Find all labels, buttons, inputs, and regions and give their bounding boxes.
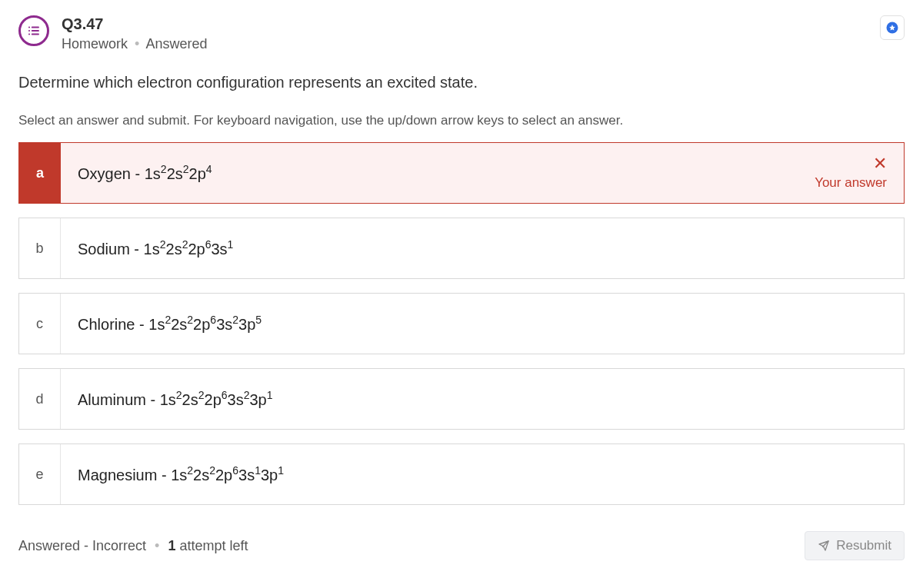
question-meta: Homework • Answered: [62, 36, 868, 52]
option-text: Aluminum - 1s22s22p63s23p1: [78, 389, 273, 409]
your-answer-marker: ✕Your answer: [815, 155, 887, 191]
resubmit-button[interactable]: Resubmit: [805, 531, 905, 560]
question-number: Q3.47: [62, 15, 868, 33]
answer-option-a[interactable]: aOxygen - 1s22s22p4✕Your answer: [18, 142, 905, 204]
question-prompt: Determine which electron configuration r…: [18, 74, 905, 91]
resubmit-label: Resubmit: [836, 538, 891, 553]
option-text: Magnesium - 1s22s22p63s13p1: [78, 464, 284, 484]
answer-option-c[interactable]: cChlorine - 1s22s22p63s23p5: [18, 293, 905, 354]
answer-status: Answered - Incorrect • 1 attempt left: [18, 538, 248, 554]
option-text: Chlorine - 1s22s22p63s23p5: [78, 314, 262, 334]
favorite-button[interactable]: [880, 15, 905, 40]
answer-option-b[interactable]: bSodium - 1s22s22p63s1: [18, 218, 905, 279]
keyboard-instruction: Select an answer and submit. For keyboar…: [18, 113, 905, 128]
star-icon: [885, 21, 899, 35]
option-text: Oxygen - 1s22s22p4: [78, 163, 212, 183]
svg-point-4: [28, 33, 30, 35]
option-letter: b: [19, 218, 61, 278]
option-letter: c: [19, 294, 61, 354]
option-letter: a: [19, 143, 61, 203]
option-text: Sodium - 1s22s22p63s1: [78, 238, 233, 258]
option-letter: e: [19, 444, 61, 504]
answer-option-d[interactable]: dAluminum - 1s22s22p63s23p1: [18, 368, 905, 430]
send-icon: [818, 540, 830, 552]
incorrect-x-icon: ✕: [815, 155, 887, 172]
svg-point-0: [28, 26, 30, 28]
answer-options: aOxygen - 1s22s22p4✕Your answerbSodium -…: [18, 142, 905, 505]
answer-option-e[interactable]: eMagnesium - 1s22s22p63s13p1: [18, 443, 905, 505]
option-letter: d: [19, 369, 61, 429]
question-list-icon[interactable]: [18, 15, 49, 46]
svg-point-2: [28, 30, 30, 32]
